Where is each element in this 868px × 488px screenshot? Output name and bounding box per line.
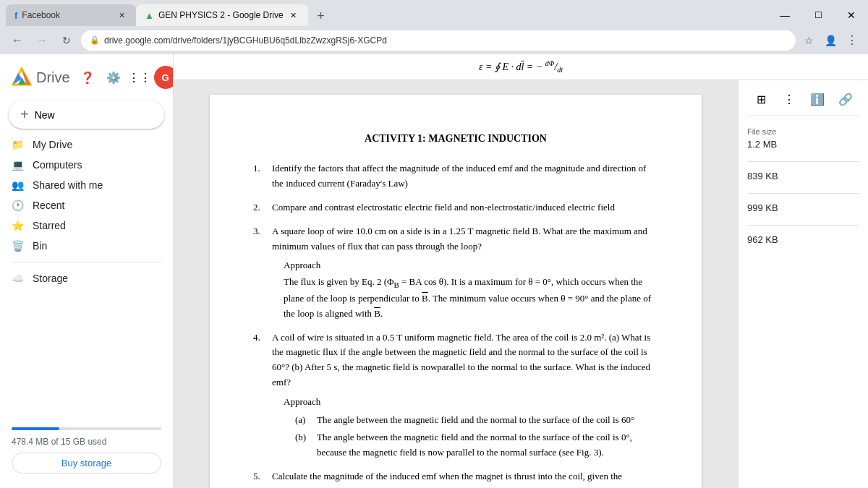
shared-icon: 👥 bbox=[12, 179, 24, 191]
settings-icon[interactable]: ⚙️ bbox=[102, 66, 125, 89]
add-tab-button[interactable]: + bbox=[311, 6, 331, 26]
drive-header: Drive ❓ ⚙️ ⋮⋮ G bbox=[0, 60, 173, 98]
gdrive-tab-label: GEN PHYSICS 2 - Google Drive bbox=[158, 10, 284, 20]
tab-facebook[interactable]: f Facebook ✕ bbox=[6, 4, 136, 26]
doc-item-3: 3. A square loop of wire 10.0 cm on a si… bbox=[253, 224, 658, 322]
file-size-label: File size bbox=[747, 127, 859, 136]
item-3-num: 3. bbox=[253, 224, 268, 322]
drive-sidebar: Drive ❓ ⚙️ ⋮⋮ G + New 📁 My Drive 💻 Compu… bbox=[0, 54, 174, 488]
forward-button[interactable]: → bbox=[32, 30, 52, 51]
gdrive-favicon: ▲ bbox=[145, 10, 154, 21]
back-button[interactable]: ← bbox=[7, 30, 27, 51]
info-panel: ⊞ ⋮ ℹ️ 🔗 File size 1.2 MB 839 KB 999 KB … bbox=[738, 80, 868, 488]
item-4-sub-a: (a) The angle between the magnetic field… bbox=[272, 413, 658, 428]
nav-storage[interactable]: ☁️ Storage bbox=[0, 268, 164, 288]
maximize-button[interactable]: ☐ bbox=[801, 4, 835, 26]
starred-label: Starred bbox=[33, 220, 66, 231]
drive-logo-text: Drive bbox=[36, 69, 70, 86]
doc-item-2: 2. Compare and contrast electrostatic el… bbox=[253, 200, 658, 215]
main-layout: Drive ❓ ⚙️ ⋮⋮ G + New 📁 My Drive 💻 Compu… bbox=[0, 54, 868, 488]
lock-icon: 🔒 bbox=[90, 35, 100, 45]
bookmark-button[interactable]: ☆ bbox=[800, 32, 817, 49]
item-4-num: 4. bbox=[253, 330, 268, 461]
item-3-approach-label: Approach bbox=[272, 258, 658, 273]
item-5-num: 5. bbox=[253, 469, 268, 488]
doc-content-area: ACTIVITY 1: MAGNETIC INDUCTION 1. Identi… bbox=[174, 80, 738, 488]
sub-b-text: The angle between the magnetic field and… bbox=[317, 430, 658, 461]
doc-item-1: 1. Identify the factors that affect the … bbox=[253, 161, 658, 192]
formula-bar: ε = ∮ E · dl = − dΦ/dt bbox=[174, 54, 868, 80]
doc-preview-area: ε = ∮ E · dl = − dΦ/dt ACTIVITY 1: MAGNE… bbox=[174, 54, 868, 488]
new-button-label: New bbox=[35, 109, 55, 121]
storage-bar-fill bbox=[12, 427, 59, 430]
computers-icon: 💻 bbox=[12, 159, 24, 171]
close-button[interactable]: ✕ bbox=[835, 4, 868, 26]
facebook-tab-close[interactable]: ✕ bbox=[116, 9, 127, 21]
nav-computers[interactable]: 💻 Computers bbox=[0, 155, 164, 175]
nav-shared[interactable]: 👥 Shared with me bbox=[0, 175, 164, 195]
formula-text: ε = ∮ E · dl = − dΦ/dt bbox=[479, 59, 563, 74]
nav-starred[interactable]: ⭐ Starred bbox=[0, 215, 164, 236]
item-3-approach: Approach bbox=[284, 260, 320, 270]
file-size-value-3: 999 KB bbox=[747, 202, 859, 213]
item-5-text: Calculate the magnitude of the induced e… bbox=[272, 469, 658, 488]
bin-icon: 🗑️ bbox=[12, 240, 24, 252]
tab-gdrive[interactable]: ▲ GEN PHYSICS 2 - Google Drive ✕ bbox=[136, 4, 308, 26]
nav-my-drive[interactable]: 📁 My Drive bbox=[0, 134, 164, 155]
new-button[interactable]: + New bbox=[9, 100, 164, 129]
doc-item-4: 4. A coil of wire is situated in a 0.5 T… bbox=[253, 330, 658, 461]
item-3-approach-text: The flux is given by Eq. 2 (ΦB = BA cos … bbox=[272, 275, 658, 322]
facebook-favicon: f bbox=[14, 10, 17, 21]
storage-icon: ☁️ bbox=[12, 273, 24, 284]
doc-title: ACTIVITY 1: MAGNETIC INDUCTION bbox=[253, 131, 658, 147]
file-size-value-2: 839 KB bbox=[747, 171, 859, 181]
doc-body: 1. Identify the factors that affect the … bbox=[253, 161, 658, 488]
item-3-approach-content: The flux is given by Eq. 2 (ΦB = BA cos … bbox=[284, 276, 651, 319]
profile-button[interactable]: 👤 bbox=[822, 32, 839, 49]
info-detail-icon[interactable]: ℹ️ bbox=[807, 89, 827, 109]
item-1-num: 1. bbox=[253, 161, 268, 192]
nav-recent[interactable]: 🕐 Recent bbox=[0, 195, 164, 215]
address-input[interactable]: 🔒 drive.google.com/drive/folders/1jyBCGH… bbox=[81, 30, 796, 51]
help-icon[interactable]: ❓ bbox=[76, 66, 99, 89]
item-2-num: 2. bbox=[253, 200, 268, 215]
nav-bin[interactable]: 🗑️ Bin bbox=[0, 236, 164, 256]
buy-storage-button[interactable]: Buy storage bbox=[12, 453, 161, 474]
minimize-button[interactable]: — bbox=[768, 4, 801, 26]
starred-icon: ⭐ bbox=[12, 220, 24, 231]
doc-item-5: 5. Calculate the magnitude of the induce… bbox=[253, 469, 658, 488]
item-2-text: Compare and contrast electrostatic elect… bbox=[272, 200, 615, 215]
drive-logo-icon bbox=[12, 67, 32, 87]
address-text: drive.google.com/drive/folders/1jyBCGHuB… bbox=[104, 35, 387, 46]
recent-icon: 🕐 bbox=[12, 200, 24, 211]
window-controls: — ☐ ✕ bbox=[768, 4, 868, 26]
my-drive-icon: 📁 bbox=[12, 139, 24, 150]
storage-label: Storage bbox=[33, 273, 68, 284]
menu-button[interactable]: ⋮ bbox=[843, 32, 861, 49]
item-4-approach: Approach bbox=[284, 396, 320, 407]
doc-page: ACTIVITY 1: MAGNETIC INDUCTION 1. Identi… bbox=[210, 95, 702, 488]
computers-label: Computers bbox=[33, 159, 82, 171]
info-link-icon[interactable]: 🔗 bbox=[835, 89, 856, 109]
reload-button[interactable]: ↻ bbox=[56, 30, 77, 51]
tab-bar: f Facebook ✕ ▲ GEN PHYSICS 2 - Google Dr… bbox=[0, 0, 868, 26]
file-size-value-1: 1.2 MB bbox=[747, 139, 859, 150]
plus-icon: + bbox=[20, 106, 29, 123]
apps-icon[interactable]: ⋮⋮ bbox=[128, 66, 151, 89]
info-more-icon[interactable]: ⋮ bbox=[779, 89, 799, 109]
browser-chrome: f Facebook ✕ ▲ GEN PHYSICS 2 - Google Dr… bbox=[0, 0, 868, 54]
sub-a-text: The angle between the magnetic field and… bbox=[317, 413, 634, 428]
storage-used-text: 478.4 MB of 15 GB used bbox=[12, 437, 106, 447]
bin-label: Bin bbox=[33, 240, 47, 252]
grid-view-icon[interactable]: ⊞ bbox=[751, 89, 771, 109]
drive-logo: Drive bbox=[12, 67, 70, 87]
address-bar: ← → ↻ 🔒 drive.google.com/drive/folders/1… bbox=[0, 26, 868, 54]
info-toolbar: ⊞ ⋮ ℹ️ 🔗 bbox=[747, 89, 859, 116]
item-4-approach-label: Approach bbox=[272, 395, 658, 410]
avatar[interactable]: G bbox=[154, 66, 174, 89]
item-4-text: A coil of wire is situated in a 0.5 T un… bbox=[272, 332, 650, 388]
storage-section: 478.4 MB of 15 GB used Buy storage bbox=[0, 413, 173, 482]
gdrive-tab-close[interactable]: ✕ bbox=[288, 9, 299, 21]
storage-bar-bg bbox=[12, 427, 161, 430]
item-4-sub-b: (b) The angle between the magnetic field… bbox=[272, 430, 658, 461]
